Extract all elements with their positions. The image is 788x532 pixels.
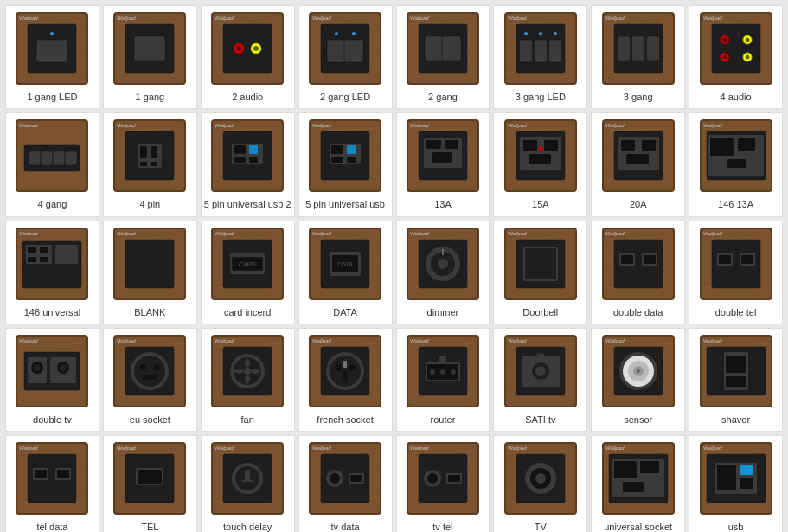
svg-rect-110: [29, 151, 41, 165]
product-item[interactable]: Wallpad 2 gang: [396, 5, 490, 109]
product-grid: Wallpad 1 gang LED Wallpad 1 gang: [0, 0, 788, 532]
product-item[interactable]: Wallpad universal socket: [591, 435, 685, 532]
product-item[interactable]: Wallpad router: [396, 328, 490, 432]
product-label: 4 pin: [139, 198, 160, 210]
product-item[interactable]: Wallpad 5 pin universal usb: [298, 112, 393, 216]
product-item[interactable]: Wallpad 3 gang: [591, 5, 685, 109]
product-item[interactable]: Wallpad 20A: [591, 112, 685, 216]
product-image: Wallpad: [404, 117, 482, 195]
product-item[interactable]: DATA Wallpad DATA: [298, 221, 393, 324]
svg-rect-503: [614, 461, 637, 478]
product-item[interactable]: Wallpad 146 universal: [5, 221, 99, 324]
product-item[interactable]: Wallpad double data: [591, 221, 685, 324]
product-item[interactable]: Wallpad 2 gang LED: [298, 5, 393, 109]
svg-text:Wallpad: Wallpad: [703, 123, 722, 128]
product-image: Wallpad: [208, 10, 286, 87]
svg-text:Wallpad: Wallpad: [312, 231, 331, 236]
product-image: Wallpad: [306, 117, 384, 195]
product-item[interactable]: Wallpad TV: [493, 435, 587, 532]
product-item[interactable]: Wallpad 15A: [493, 112, 587, 216]
svg-rect-516: [717, 465, 736, 490]
product-item[interactable]: Wallpad french socket: [298, 328, 393, 432]
product-image: Wallpad: [697, 117, 775, 195]
product-item[interactable]: Wallpad double tel: [689, 221, 783, 324]
svg-rect-220: [55, 245, 78, 264]
svg-text:Wallpad: Wallpad: [605, 123, 625, 128]
product-item[interactable]: Wallpad sensor: [591, 328, 685, 432]
svg-rect-416: [726, 356, 746, 373]
svg-point-183: [538, 146, 543, 151]
product-image: Wallpad: [404, 439, 482, 517]
svg-text:Wallpad: Wallpad: [410, 16, 429, 21]
svg-point-169: [440, 145, 444, 149]
svg-rect-307: [741, 255, 753, 264]
product-image: Wallpad: [208, 439, 286, 517]
svg-rect-222: [40, 247, 48, 253]
product-item[interactable]: CARD Wallpad card incerd: [201, 221, 295, 324]
product-image: Wallpad: [697, 332, 775, 410]
svg-rect-68: [548, 40, 561, 62]
product-item[interactable]: Wallpad tv data: [298, 435, 393, 532]
product-item[interactable]: Wallpad Doorbell: [493, 221, 587, 324]
svg-text:Wallpad: Wallpad: [215, 445, 234, 451]
svg-rect-81: [617, 36, 630, 61]
product-label: SATI tv: [525, 413, 555, 426]
svg-text:Wallpad: Wallpad: [117, 16, 136, 21]
product-image: Wallpad: [502, 117, 580, 195]
svg-rect-362: [343, 371, 348, 381]
product-label: 2 gang LED: [320, 91, 370, 103]
product-image: Wallpad: [111, 225, 189, 303]
product-item[interactable]: Wallpad double tv: [5, 328, 99, 432]
product-image: Wallpad: [697, 225, 775, 303]
product-item[interactable]: Wallpad SATI tv: [493, 328, 587, 432]
svg-rect-66: [519, 40, 532, 62]
svg-rect-224: [40, 257, 48, 262]
product-item[interactable]: Wallpad tel data: [5, 435, 99, 532]
svg-rect-391: [537, 354, 544, 359]
product-item[interactable]: Wallpad 13A: [396, 112, 490, 216]
svg-point-269: [438, 259, 448, 269]
product-item[interactable]: Wallpad tv tel: [396, 435, 490, 532]
svg-rect-375: [439, 356, 446, 364]
svg-point-319: [34, 364, 41, 371]
product-image: Wallpad: [306, 332, 384, 410]
product-label: 4 audio: [721, 91, 752, 103]
svg-text:Wallpad: Wallpad: [215, 16, 234, 21]
svg-rect-56: [442, 36, 461, 61]
svg-text:Wallpad: Wallpad: [19, 16, 38, 21]
product-label: french socket: [317, 413, 373, 426]
product-item[interactable]: Wallpad 1 gang: [103, 5, 197, 109]
product-label: tv tel: [432, 521, 452, 532]
product-item[interactable]: Wallpad TEL: [103, 435, 197, 532]
product-item[interactable]: Wallpad touch delay: [201, 435, 295, 532]
product-label: 5 pin universal usb 2: [204, 198, 291, 210]
product-item[interactable]: Wallpad BLANK: [103, 221, 197, 324]
svg-point-71: [554, 32, 557, 35]
svg-rect-42: [327, 40, 346, 62]
svg-point-360: [335, 364, 342, 371]
product-item[interactable]: Wallpad 1 gang LED: [5, 5, 99, 109]
product-item[interactable]: Wallpad 4 gang: [5, 112, 99, 216]
svg-point-361: [349, 364, 356, 371]
product-item[interactable]: Wallpad eu socket: [103, 328, 197, 432]
product-item[interactable]: Wallpad fan: [201, 328, 295, 432]
svg-rect-166: [426, 140, 441, 149]
product-item[interactable]: Wallpad 146 13A: [689, 112, 783, 216]
product-image: Wallpad: [13, 117, 91, 195]
product-item[interactable]: Wallpad 4 audio: [689, 5, 783, 109]
svg-rect-153: [347, 145, 356, 154]
product-label: 13A: [434, 198, 452, 210]
product-image: Wallpad: [502, 10, 580, 87]
product-label: 4 gang: [38, 198, 67, 210]
svg-text:Wallpad: Wallpad: [508, 16, 527, 21]
product-item[interactable]: Wallpad 5 pin universal usb 2: [201, 112, 295, 216]
product-item[interactable]: Wallpad shaver: [689, 328, 783, 432]
svg-point-378: [451, 369, 456, 375]
product-item[interactable]: Wallpad 2 audio: [201, 5, 295, 109]
svg-text:Wallpad: Wallpad: [508, 123, 527, 128]
product-item[interactable]: Wallpad usb: [689, 435, 783, 532]
product-image: Wallpad: [208, 332, 286, 410]
product-item[interactable]: Wallpad dimmer: [396, 221, 490, 324]
product-item[interactable]: Wallpad 4 pin: [103, 112, 197, 216]
product-item[interactable]: Wallpad 3 gang LED: [493, 5, 587, 109]
